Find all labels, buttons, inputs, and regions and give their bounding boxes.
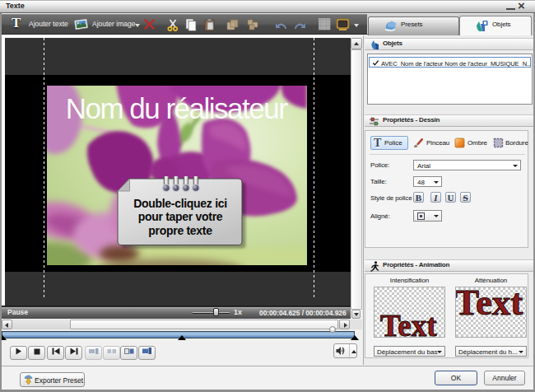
svg-text:Nom du réalisateur: Nom du réalisateur xyxy=(66,92,289,124)
svg-text:pour taper votre: pour taper votre xyxy=(138,210,223,223)
svg-text:Double-cliquez ici: Double-cliquez ici xyxy=(133,197,227,210)
svg-text:propre texte: propre texte xyxy=(148,224,212,237)
